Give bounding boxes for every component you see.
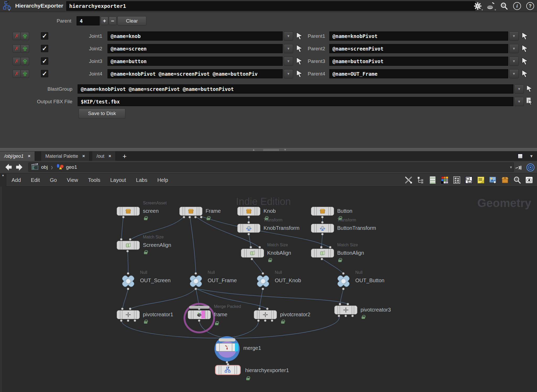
input-connector[interactable] <box>347 303 349 305</box>
input-connector[interactable] <box>320 246 323 248</box>
info-icon[interactable]: i <box>512 1 522 11</box>
input-connector[interactable] <box>321 221 324 224</box>
joint4-dropdown[interactable]: ▼ <box>284 69 293 78</box>
pane-menu-dropdown[interactable]: ▼ <box>529 154 533 158</box>
output-connector[interactable] <box>120 319 122 322</box>
node-button[interactable]: Button <box>311 207 334 216</box>
menu-edit[interactable]: Edit <box>31 177 40 183</box>
output-connector[interactable] <box>189 216 191 218</box>
joint2-enable-checkbox[interactable]: ✓ <box>41 45 48 52</box>
pane-splitter[interactable]: ▲ ▼ <box>0 148 537 151</box>
node-frame[interactable]: Frame <box>179 207 202 216</box>
node-pivotcreator3[interactable]: pivotcreator3 <box>334 306 357 314</box>
asset-box-icon[interactable] <box>501 176 509 184</box>
pink-flag[interactable] <box>201 311 205 318</box>
save-to-disk-button[interactable]: Save to Disk <box>79 108 125 118</box>
output-connector[interactable] <box>321 258 323 260</box>
shape-palette-icon[interactable] <box>453 176 461 184</box>
input-connector[interactable] <box>342 272 345 275</box>
insert-joint4-button[interactable] <box>21 70 29 78</box>
menu-layout[interactable]: Layout <box>110 177 126 183</box>
parent3-pick-arrow-icon[interactable] <box>521 57 530 66</box>
pane-maximize-icon[interactable] <box>518 154 523 159</box>
search-icon[interactable] <box>499 1 509 11</box>
parent1-dropdown[interactable]: ▼ <box>509 31 519 41</box>
parent2-dropdown[interactable]: ▼ <box>509 44 519 53</box>
joint2-dropdown[interactable]: ▼ <box>284 44 293 53</box>
output-connector[interactable] <box>338 315 340 317</box>
parent4-field[interactable] <box>329 69 508 78</box>
output-fbx-dropdown[interactable]: ▼ <box>514 97 524 106</box>
joint1-dropdown[interactable]: ▼ <box>284 31 293 41</box>
input-connector[interactable] <box>266 308 268 310</box>
output-connector[interactable] <box>248 216 250 218</box>
output-connector[interactable] <box>262 288 264 290</box>
output-connector[interactable] <box>321 233 324 235</box>
input-connector[interactable] <box>227 363 229 366</box>
tab-close-icon[interactable]: × <box>109 154 111 159</box>
tab-close-icon[interactable]: × <box>28 154 30 159</box>
node-hierarchyexporter1[interactable]: hierarchyexporter1 <box>215 365 241 375</box>
joint3-field[interactable] <box>108 57 283 66</box>
sticky-note-icon[interactable] <box>477 176 485 184</box>
insert-joint1-button[interactable] <box>21 32 29 40</box>
input-connector[interactable] <box>258 308 261 310</box>
insert-joint2-button[interactable] <box>21 45 29 53</box>
output-connector[interactable] <box>194 216 197 218</box>
joint1-enable-checkbox[interactable]: ✓ <box>41 32 48 40</box>
menu-help[interactable]: Help <box>157 177 168 183</box>
visibility-eye-icon[interactable] <box>525 176 533 184</box>
input-connector[interactable] <box>259 246 261 248</box>
parent2-field[interactable] <box>329 44 508 53</box>
tree-view-icon[interactable] <box>416 176 425 184</box>
display-flag[interactable] <box>235 343 238 351</box>
input-connector[interactable] <box>129 308 131 310</box>
node-screenalign[interactable]: Match Size ScreenAlign <box>117 241 140 250</box>
node-name-input[interactable] <box>66 1 475 11</box>
node-buttonalign[interactable]: Match Size ButtonAlign <box>311 249 334 258</box>
menu-view[interactable]: View <box>67 177 78 183</box>
back-arrow-icon[interactable] <box>4 162 13 172</box>
output-connector[interactable] <box>264 319 266 322</box>
joint4-pick-arrow-icon[interactable] <box>295 69 304 78</box>
node-pivotcreator1[interactable]: pivotcreator1 <box>117 310 140 319</box>
gear-icon[interactable]: ▼ <box>473 1 482 11</box>
node-buttontransform[interactable]: Transform ButtonTransform <box>311 224 334 233</box>
joint1-field[interactable] <box>108 31 283 41</box>
node-out-knob[interactable]: Null OUT_Knob <box>254 274 272 288</box>
layout-windows-icon[interactable] <box>465 176 473 184</box>
node-pivotcreator2[interactable]: pivotcreator2 <box>254 310 277 319</box>
joint2-pick-arrow-icon[interactable] <box>295 44 304 53</box>
input-connector[interactable] <box>121 308 123 310</box>
list-view-icon[interactable] <box>428 176 437 184</box>
output-connector[interactable] <box>271 319 273 322</box>
joint3-dropdown[interactable]: ▼ <box>284 57 293 66</box>
input-connector[interactable] <box>129 238 131 241</box>
parent-remove-button[interactable]: − <box>109 17 116 25</box>
network-editor[interactable]: Indie Edition Geometry <box>0 187 537 392</box>
input-connector[interactable] <box>127 272 129 275</box>
joint4-enable-checkbox[interactable]: ✓ <box>41 70 48 77</box>
output-connector[interactable] <box>195 288 197 290</box>
input-connector[interactable] <box>329 246 331 248</box>
joint3-enable-checkbox[interactable]: ✓ <box>41 57 48 65</box>
menu-go[interactable]: Go <box>50 177 57 183</box>
joint2-field[interactable] <box>108 44 283 53</box>
color-palette-icon[interactable] <box>441 176 449 184</box>
parent3-field[interactable] <box>329 57 508 66</box>
blastgroup-field[interactable] <box>78 84 513 94</box>
node-out-button[interactable]: Null OUT_Button <box>335 274 352 288</box>
blastgroup-dropdown[interactable]: ▼ <box>514 84 524 94</box>
insert-joint3-button[interactable] <box>21 57 29 65</box>
output-connector[interactable] <box>345 315 347 317</box>
path-dropdown[interactable]: ▼ <box>509 165 513 169</box>
output-connector[interactable] <box>122 216 125 218</box>
clear-button[interactable]: Clear <box>117 16 146 25</box>
node-out-screen[interactable]: Null OUT_Screen <box>120 274 137 288</box>
parent4-pick-arrow-icon[interactable] <box>521 69 530 78</box>
menu-labs[interactable]: Labs <box>136 177 147 183</box>
node-frame-merge[interactable]: Merge Packed frame <box>188 310 211 319</box>
parent4-dropdown[interactable]: ▼ <box>509 69 519 78</box>
input-connector[interactable] <box>195 272 197 275</box>
input-connector[interactable] <box>262 272 264 275</box>
